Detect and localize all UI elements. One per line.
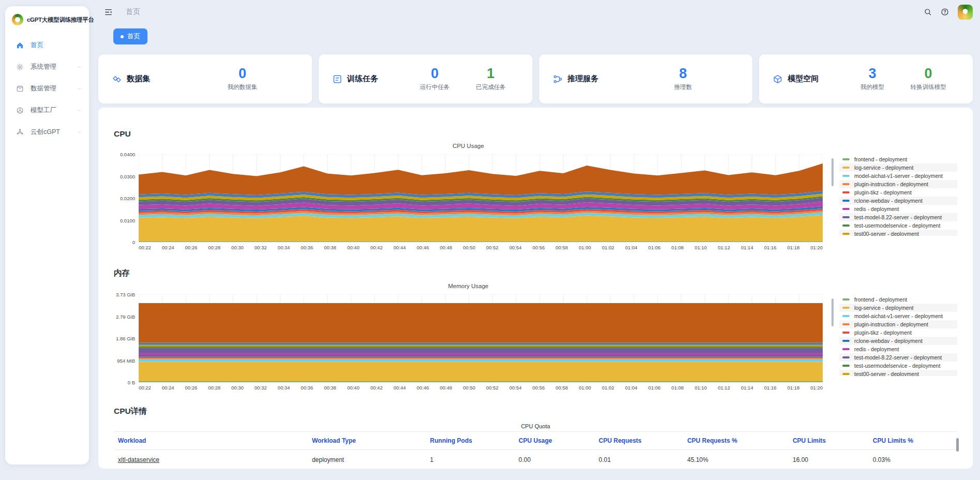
sidebar-item-1[interactable]: 系统管理 xyxy=(5,56,89,77)
help-icon[interactable] xyxy=(941,8,949,16)
legend-label: frontend - deployment xyxy=(854,296,907,303)
legend-item[interactable]: test00-server - deployment xyxy=(839,230,957,236)
x-axis-tick: 00:52 xyxy=(486,385,498,391)
sidebar-menu: 首页系统管理数据管理模型工厂云创cGPT xyxy=(5,35,89,142)
chart-title: Memory Usage xyxy=(114,283,823,289)
x-axis-labels: 00:2200:2400:2600:2800:3000:3200:3400:36… xyxy=(139,245,823,250)
legend-swatch xyxy=(842,224,850,227)
legend-item[interactable]: test-usermodelservice - deployment xyxy=(839,221,957,230)
legend-item[interactable]: plugin-instruction - deployment xyxy=(839,180,957,188)
legend-item[interactable]: test-model-8.22-server - deployment xyxy=(839,213,957,221)
x-axis-tick: 01:14 xyxy=(741,385,753,391)
x-axis-tick: 01:14 xyxy=(741,245,753,250)
sidebar-item-3[interactable]: 模型工厂 xyxy=(5,100,89,121)
sidebar-item-label: 首页 xyxy=(31,41,43,50)
legend-swatch xyxy=(842,332,850,334)
x-axis-tick: 01:06 xyxy=(648,245,661,250)
x-axis-tick: 01:16 xyxy=(764,245,777,250)
legend-item[interactable]: redis - deployment xyxy=(839,205,957,213)
x-axis-tick: 01:08 xyxy=(672,245,684,250)
workload-link[interactable]: xltl-dataservice xyxy=(118,456,159,463)
stat-card-2: 推理服务8推理数 xyxy=(539,54,753,103)
legend-swatch xyxy=(842,175,850,177)
legend-item[interactable]: frontend - deployment xyxy=(839,295,957,304)
sidebar-item-4[interactable]: 云创cGPT xyxy=(5,122,89,142)
legend-item[interactable]: log-service - deployment xyxy=(839,163,957,172)
x-axis-tick: 00:26 xyxy=(185,245,198,250)
avatar[interactable] xyxy=(958,5,973,20)
column-header: Running Pods xyxy=(426,432,514,450)
stat-value: 0 xyxy=(911,67,946,81)
cpu-details-title: CPU详情 xyxy=(114,406,957,417)
legend-swatch xyxy=(842,216,850,218)
legend-label: plugin-tikz - deployment xyxy=(854,189,912,196)
sidebar: cGPT大模型训练推理平台 首页系统管理数据管理模型工厂云创cGPT xyxy=(5,6,89,464)
tab-home[interactable]: 首页 xyxy=(113,28,147,44)
legend-item[interactable]: test-usermodelservice - deployment xyxy=(839,362,957,370)
y-axis-tick: 0.0400 xyxy=(120,152,135,157)
x-axis-labels: 00:2200:2400:2600:2800:3000:3200:3400:36… xyxy=(139,385,823,391)
search-icon[interactable] xyxy=(924,8,932,16)
x-axis-tick: 01:20 xyxy=(810,385,823,391)
y-axis-tick: 0 xyxy=(132,239,135,245)
x-axis-tick: 01:16 xyxy=(764,385,777,391)
legend-item[interactable]: log-service - deployment xyxy=(839,304,957,312)
x-axis-tick: 00:40 xyxy=(347,245,360,250)
table-header: WorkloadWorkload TypeRunning PodsCPU Usa… xyxy=(114,432,957,450)
x-axis-tick: 01:00 xyxy=(579,385,591,391)
stat-card-title-text: 数据集 xyxy=(127,74,150,84)
stat-value: 8 xyxy=(674,67,692,81)
legend-item[interactable]: rclone-webdav - deployment xyxy=(839,197,957,205)
legend-item[interactable]: model-aichat-v1-server - deployment xyxy=(839,172,957,180)
table-scrollbar[interactable] xyxy=(956,438,959,452)
stat-card-title-text: 训练任务 xyxy=(347,74,378,84)
factory-icon xyxy=(16,107,24,114)
legend-swatch xyxy=(842,158,850,160)
legend-item[interactable]: redis - deployment xyxy=(839,345,957,353)
legend-label: log-service - deployment xyxy=(854,305,913,311)
legend-swatch xyxy=(842,348,850,350)
legend-scrollbar[interactable] xyxy=(831,158,834,186)
x-axis-tick: 00:24 xyxy=(162,245,174,250)
x-axis-tick: 00:54 xyxy=(509,385,522,391)
chart-block: Memory Usage0 B954 MiB1.86 GiB2.79 GiB3.… xyxy=(114,280,957,391)
legend-item[interactable]: rclone-webdav - deployment xyxy=(839,337,957,345)
legend-item[interactable]: plugin-tikz - deployment xyxy=(839,328,957,337)
legend-swatch xyxy=(842,167,850,169)
cpu-usage-chart: 00.01000.02000.03000.0400 xyxy=(139,154,823,242)
legend-item[interactable]: test-model-8.22-server - deployment xyxy=(839,353,957,362)
legend-item[interactable]: plugin-instruction - deployment xyxy=(839,320,957,328)
cpu-quota-table: WorkloadWorkload TypeRunning PodsCPU Usa… xyxy=(114,431,957,469)
legend-item[interactable]: test00-server - deployment xyxy=(839,370,957,376)
stat-metric: 1已完成任务 xyxy=(476,67,506,91)
logo-row: cGPT大模型训练推理平台 xyxy=(5,6,89,35)
chevron-down-icon xyxy=(77,129,82,135)
x-axis-tick: 00:56 xyxy=(532,385,545,391)
x-axis-tick: 00:42 xyxy=(370,385,383,391)
storage-icon xyxy=(16,85,24,93)
legend-scrollbar[interactable] xyxy=(831,298,834,326)
x-axis-tick: 01:18 xyxy=(787,245,799,250)
column-header: CPU Usage xyxy=(514,432,595,450)
legend-item[interactable]: model-aichat-v1-server - deployment xyxy=(839,312,957,320)
x-axis-tick: 00:24 xyxy=(162,385,174,391)
x-axis-tick: 01:04 xyxy=(625,385,637,391)
legend-item[interactable]: frontend - deployment xyxy=(839,155,957,163)
legend-item[interactable]: plugin-tikz - deployment xyxy=(839,188,957,197)
sidebar-item-label: 云创cGPT xyxy=(31,128,60,137)
sidebar-item-0[interactable]: 首页 xyxy=(5,35,89,55)
main-area: 首页 首页 数据集0我的数据集训练任务0运行中任务1已完成任务推理服务8推理数模… xyxy=(98,0,973,469)
cpu-quota-table-title: CPU Quota xyxy=(114,423,957,429)
x-axis-tick: 00:22 xyxy=(139,245,151,250)
sidebar-item-2[interactable]: 数据管理 xyxy=(5,78,89,99)
tab-label: 首页 xyxy=(127,32,140,41)
sidebar-collapse-icon[interactable] xyxy=(104,8,113,17)
legend-label: model-aichat-v1-server - deployment xyxy=(854,313,943,319)
dashboard-panel: CPUCPU Usage00.01000.02000.03000.040000:… xyxy=(98,108,973,469)
y-axis-tick: 954 MiB xyxy=(117,358,135,364)
topbar-actions xyxy=(924,5,973,20)
table-row: xltl-dataservicedeployment10.000.0145.10… xyxy=(114,450,957,469)
stat-metrics: 0我的数据集 xyxy=(186,67,298,91)
stat-label: 已完成任务 xyxy=(476,83,506,91)
table-cell: 45.10% xyxy=(683,450,789,469)
